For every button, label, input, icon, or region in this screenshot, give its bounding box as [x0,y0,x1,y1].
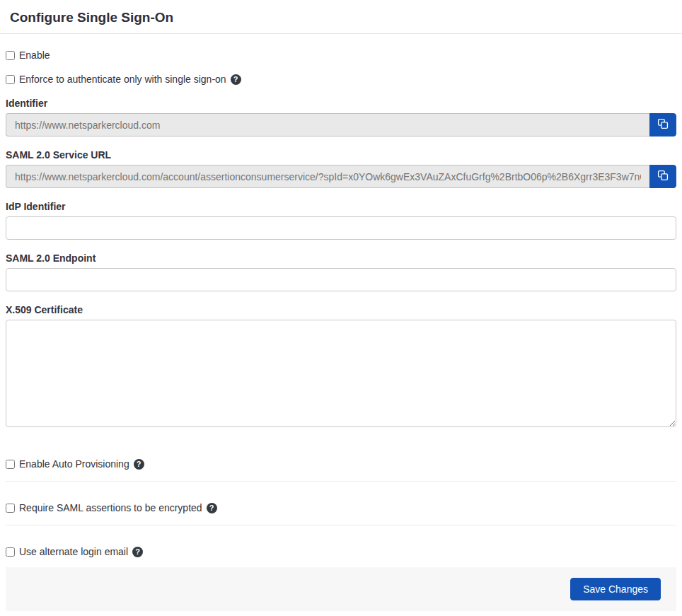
require-encryption-checkbox-label: Require SAML assertions to be encrypted [19,502,202,513]
top-checkbox-group: Enable Enforce to authenticate only with… [6,50,676,85]
help-icon[interactable]: ? [231,74,241,85]
identifier-input-group [6,113,676,136]
page-title: Configure Single Sign-On [10,10,173,25]
page-header: Configure Single Sign-On [0,0,682,34]
idp-identifier-input[interactable] [6,216,676,240]
idp-identifier-field-group: IdP Identifier [6,201,676,240]
help-icon[interactable]: ? [134,459,144,470]
saml-endpoint-input[interactable] [6,268,676,291]
x509-certificate-label: X.509 Certificate [6,304,676,315]
enable-checkbox-label: Enable [19,50,50,61]
sso-form: Enable Enforce to authenticate only with… [0,50,682,611]
alternate-login-email-checkbox-row[interactable]: Use alternate login email ? [6,546,676,557]
enforce-sso-checkbox-row[interactable]: Enforce to authenticate only with single… [6,74,676,85]
saml-service-url-input-group [6,165,676,188]
divider [6,525,676,525]
copy-saml-service-url-button[interactable] [649,165,676,188]
divider [6,481,676,482]
copy-identifier-button[interactable] [649,113,676,136]
x509-certificate-field-group: X.509 Certificate [6,304,676,427]
alternate-login-email-checkbox-label: Use alternate login email [19,546,128,557]
x509-certificate-textarea[interactable] [6,320,676,427]
help-icon[interactable]: ? [132,547,143,557]
idp-identifier-label: IdP Identifier [6,201,676,212]
saml-service-url-label: SAML 2.0 Service URL [6,149,676,161]
enforce-sso-checkbox[interactable] [6,75,15,84]
auto-provisioning-checkbox-row[interactable]: Enable Auto Provisioning ? [6,458,676,470]
alternate-login-email-checkbox[interactable] [6,547,15,557]
require-encryption-checkbox[interactable] [6,504,15,513]
form-footer: Save Changes [6,567,676,611]
bottom-checkbox-group: Enable Auto Provisioning ? Require SAML … [6,458,676,557]
saml-endpoint-label: SAML 2.0 Endpoint [6,252,676,264]
copy-icon [657,118,669,132]
save-changes-button[interactable]: Save Changes [570,578,661,600]
enable-checkbox[interactable] [6,51,15,60]
identifier-field-group: Identifier [6,98,676,136]
require-encryption-checkbox-row[interactable]: Require SAML assertions to be encrypted … [6,502,676,513]
auto-provisioning-checkbox-label: Enable Auto Provisioning [19,458,129,470]
saml-service-url-field-group: SAML 2.0 Service URL [6,149,676,188]
identifier-input[interactable] [6,113,649,136]
copy-icon [657,170,669,183]
saml-service-url-input[interactable] [6,165,649,188]
auto-provisioning-checkbox[interactable] [6,460,15,469]
help-icon[interactable]: ? [207,503,217,513]
enable-checkbox-row[interactable]: Enable [6,50,676,61]
saml-endpoint-field-group: SAML 2.0 Endpoint [6,252,676,291]
enforce-sso-checkbox-label: Enforce to authenticate only with single… [19,74,226,85]
identifier-label: Identifier [6,98,676,109]
